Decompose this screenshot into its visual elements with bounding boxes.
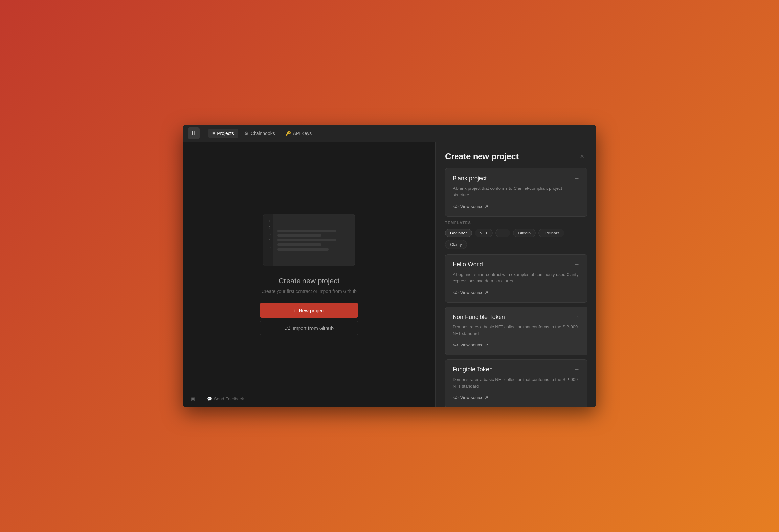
- ft-view-source-label: View source ↗: [461, 395, 488, 400]
- modal-title: Create new project: [445, 152, 519, 162]
- nft-desc: Demonstrates a basic NFT collection that…: [453, 324, 580, 337]
- ft-card-header: Fungible Token →: [453, 366, 580, 373]
- api-keys-icon: 🔑: [285, 131, 291, 136]
- import-github-button[interactable]: ⎇ Import from Github: [260, 321, 358, 335]
- tab-chainhooks[interactable]: ⚙ Chainhooks: [240, 129, 280, 138]
- app-window: H ≡ Projects ⚙ Chainhooks 🔑 API Keys: [183, 125, 596, 407]
- filter-nft-label: NFT: [479, 231, 488, 235]
- templates-section: TEMPLATES Beginner NFT FT Bitcoin: [445, 221, 587, 249]
- templates-label: TEMPLATES: [445, 221, 587, 225]
- nft-arrow-icon: →: [574, 314, 580, 320]
- modal-panel: Create new project × Blank project → A b…: [435, 142, 596, 407]
- hello-world-card[interactable]: Hello World → A beginner smart contract …: [445, 254, 587, 303]
- blank-project-title: Blank project: [453, 175, 487, 182]
- code-preview: 1 2 3 4 5: [263, 214, 355, 266]
- filter-beginner[interactable]: Beginner: [445, 229, 472, 237]
- line-number-5: 5: [266, 244, 271, 250]
- nft-card-header: Non Fungible Token →: [453, 314, 580, 320]
- nft-card[interactable]: Non Fungible Token → Demonstrates a basi…: [445, 307, 587, 355]
- logo-button[interactable]: H: [188, 127, 200, 139]
- nft-view-source-button[interactable]: </> View source ↗: [453, 343, 488, 348]
- code-icon-ft: </>: [453, 395, 459, 400]
- filter-clarity-label: Clarity: [450, 242, 462, 247]
- projects-icon: ≡: [213, 131, 215, 136]
- import-label: Import from Github: [293, 326, 334, 331]
- ft-view-source-button[interactable]: </> View source ↗: [453, 395, 488, 401]
- filter-ordinals[interactable]: Ordinals: [538, 229, 564, 237]
- titlebar-divider: [203, 129, 204, 137]
- filter-clarity[interactable]: Clarity: [445, 240, 467, 249]
- new-project-label: New project: [299, 308, 325, 313]
- modal-header: Create new project ×: [436, 142, 596, 168]
- filter-ordinals-label: Ordinals: [543, 231, 559, 235]
- blank-project-card[interactable]: Blank project → A blank project that con…: [445, 168, 587, 217]
- code-line-1: [277, 230, 336, 232]
- nav-tabs: ≡ Projects ⚙ Chainhooks 🔑 API Keys: [208, 129, 316, 138]
- line-number-4: 4: [266, 237, 271, 244]
- bottom-bar: ▣ 💬 Send Feedback: [183, 390, 435, 407]
- code-lines: [273, 214, 355, 266]
- titlebar: H ≡ Projects ⚙ Chainhooks 🔑 API Keys: [183, 125, 596, 142]
- left-panel: 1 2 3 4 5 Create new project Create your…: [183, 142, 435, 407]
- filter-tags: Beginner NFT FT Bitcoin Ordinals: [445, 229, 587, 249]
- hello-world-card-header: Hello World →: [453, 261, 580, 268]
- hello-world-view-source-button[interactable]: </> View source ↗: [453, 290, 488, 296]
- tab-projects[interactable]: ≡ Projects: [208, 129, 238, 138]
- hello-world-desc: A beginner smart contract with examples …: [453, 271, 580, 284]
- modal-scroll[interactable]: Blank project → A blank project that con…: [436, 168, 596, 407]
- blank-view-source-label: View source ↗: [461, 204, 488, 209]
- feedback-icon: 💬: [207, 396, 212, 401]
- line-number-2: 2: [266, 225, 271, 231]
- new-project-button[interactable]: + New project: [260, 303, 358, 317]
- hello-world-title: Hello World: [453, 261, 483, 268]
- code-line-2: [277, 234, 321, 237]
- filter-bitcoin-label: Bitcoin: [518, 231, 531, 235]
- filter-nft[interactable]: NFT: [475, 229, 493, 237]
- send-feedback-button[interactable]: 💬 Send Feedback: [203, 395, 247, 403]
- terminal-icon: ▣: [191, 396, 195, 401]
- terminal-button[interactable]: ▣: [188, 395, 198, 403]
- code-icon-blank: </>: [453, 204, 459, 209]
- line-numbers: 1 2 3 4 5: [263, 214, 273, 266]
- empty-state-title: Create new project: [260, 277, 358, 285]
- filter-ft[interactable]: FT: [495, 229, 511, 237]
- code-icon-hello: </>: [453, 290, 459, 295]
- ft-title: Fungible Token: [453, 366, 493, 373]
- ft-desc: Demonstrates a basic NFT collection that…: [453, 376, 580, 389]
- code-line-5: [277, 248, 329, 250]
- code-icon-nft: </>: [453, 343, 459, 347]
- empty-state-subtitle: Create your first contract or import fro…: [260, 289, 358, 294]
- blank-project-desc: A blank project that conforms to Clarine…: [453, 185, 580, 198]
- nft-view-source-label: View source ↗: [461, 343, 488, 347]
- center-content: Create new project Create your first con…: [260, 277, 358, 335]
- chainhooks-icon: ⚙: [244, 131, 249, 136]
- blank-card-header: Blank project →: [453, 175, 580, 182]
- ft-arrow-icon: →: [574, 366, 580, 373]
- blank-view-source-button[interactable]: </> View source ↗: [453, 204, 488, 210]
- line-number-3: 3: [266, 231, 271, 238]
- close-button[interactable]: ×: [577, 151, 587, 162]
- code-line-3: [277, 239, 336, 241]
- close-icon: ×: [580, 153, 584, 160]
- feedback-label: Send Feedback: [214, 396, 244, 401]
- github-icon: ⎇: [284, 325, 290, 331]
- tab-api-keys[interactable]: 🔑 API Keys: [281, 129, 316, 138]
- nft-title: Non Fungible Token: [453, 314, 505, 320]
- blank-arrow-icon: →: [574, 175, 580, 182]
- main-area: 1 2 3 4 5 Create new project Create your…: [183, 142, 596, 407]
- filter-bitcoin[interactable]: Bitcoin: [513, 229, 536, 237]
- ft-card[interactable]: Fungible Token → Demonstrates a basic NF…: [445, 359, 587, 407]
- filter-ft-label: FT: [500, 231, 505, 235]
- hello-world-arrow-icon: →: [574, 261, 580, 268]
- hello-world-view-source-label: View source ↗: [461, 290, 488, 295]
- line-number-1: 1: [266, 218, 271, 225]
- filter-beginner-label: Beginner: [450, 231, 467, 235]
- plus-icon: +: [293, 308, 296, 313]
- code-line-4: [277, 243, 321, 246]
